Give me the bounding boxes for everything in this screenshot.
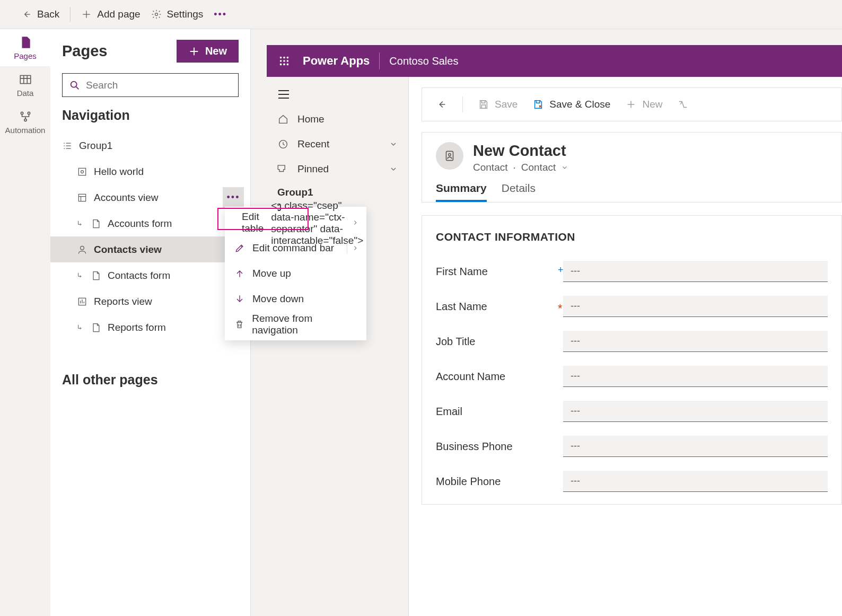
nav-recent[interactable]: Recent: [267, 131, 408, 156]
document-icon: [91, 322, 101, 333]
svg-point-22: [449, 154, 451, 156]
app-name: Power Apps: [303, 54, 370, 68]
ctx-remove[interactable]: Remove from navigation: [225, 312, 366, 337]
cmd-separator: [462, 96, 463, 112]
plus-icon: [81, 9, 92, 20]
field-input[interactable]: ---: [563, 296, 828, 317]
settings-button[interactable]: Settings: [151, 8, 204, 20]
nav-item-reports-form[interactable]: Reports form: [50, 314, 250, 340]
nav-group-label: Group1: [267, 181, 408, 201]
ctx-edit-command-bar[interactable]: Edit command bar: [225, 235, 366, 261]
nav-item-label: Contacts form: [108, 270, 170, 281]
field-row: Mobile Phone---: [436, 464, 828, 499]
settings-label: Settings: [167, 8, 204, 20]
svg-rect-1: [20, 75, 31, 83]
chevron-right-icon: [352, 219, 359, 226]
nav-item-accounts-form[interactable]: Accounts form: [50, 210, 250, 236]
subpage-icon: [77, 271, 85, 280]
field-input[interactable]: ---: [563, 471, 828, 492]
avatar: [436, 142, 463, 170]
save-close-button[interactable]: Save & Close: [532, 99, 610, 110]
ctx-label: Edit command bar: [252, 242, 334, 254]
ctx-edit-table[interactable]: Edit table <ງ class="csep" data-name="ct…: [225, 210, 366, 235]
form-name-label[interactable]: Contact: [521, 162, 556, 173]
nav-group-label: Group1: [79, 140, 112, 152]
flow-icon: [19, 110, 32, 124]
back-icon[interactable]: [436, 99, 448, 110]
field-label: Last Name*: [436, 301, 563, 313]
ctx-label: Edit table: [242, 211, 264, 234]
pencil-icon: [234, 243, 245, 253]
tab-details[interactable]: Details: [502, 182, 536, 202]
ctx-move-down[interactable]: Move down: [225, 286, 366, 312]
nav-label: Recent: [297, 138, 329, 150]
nav-item-hello-world[interactable]: Hello world: [50, 159, 250, 184]
nav-item-label: Hello world: [94, 166, 144, 178]
nav-pinned[interactable]: Pinned: [267, 156, 408, 181]
plus-icon: [188, 46, 200, 57]
rail-pages[interactable]: Pages: [0, 29, 50, 66]
chevron-down-icon[interactable]: [561, 164, 568, 171]
trash-icon: [234, 319, 244, 330]
nav-item-contacts-form[interactable]: Contacts form: [50, 262, 250, 288]
tab-summary[interactable]: Summary: [436, 182, 487, 202]
rail-automation-label: Automation: [5, 126, 46, 135]
svg-point-7: [81, 170, 84, 173]
field-input[interactable]: ---: [563, 366, 828, 387]
nav-item-label: Accounts view: [94, 192, 158, 204]
search-box[interactable]: [62, 73, 239, 97]
back-label: Back: [37, 8, 59, 20]
new-button[interactable]: New: [625, 99, 662, 110]
ctx-label: Move up: [252, 268, 291, 279]
rail-pages-label: Pages: [14, 51, 37, 60]
home-icon: [277, 113, 289, 125]
nav-item-more-button[interactable]: •••: [223, 187, 244, 208]
field-input[interactable]: ---: [563, 401, 828, 422]
field-label: Account Name: [436, 371, 563, 383]
nav-item-reports-view[interactable]: Reports view: [50, 288, 250, 314]
field-input[interactable]: ---: [563, 436, 828, 457]
flow-button[interactable]: [677, 99, 689, 110]
recommended-indicator: +: [558, 265, 564, 276]
more-button[interactable]: •••: [214, 9, 227, 20]
save-close-icon: [532, 99, 544, 110]
app-side-nav: Home Recent Pinned Group1: [267, 77, 409, 616]
field-input[interactable]: ---: [563, 331, 828, 352]
search-input[interactable]: [86, 80, 232, 91]
section-title: CONTACT INFORMATION: [422, 231, 841, 243]
new-label: New: [642, 99, 662, 110]
field-row: Email---: [436, 394, 828, 429]
command-bar: Save Save & Close New: [422, 87, 842, 121]
all-other-pages-header: All other pages: [50, 340, 250, 419]
toolbar-separator: [70, 7, 71, 22]
field-row: Account Name---: [436, 359, 828, 394]
back-button[interactable]: Back: [21, 8, 59, 20]
hamburger-button[interactable]: [267, 84, 408, 107]
more-icon: •••: [227, 192, 240, 203]
list-icon: [62, 140, 73, 151]
field-label: Job Title: [436, 336, 563, 348]
top-toolbar: Back Add page Settings •••: [0, 0, 842, 29]
entity-label: Contact: [473, 162, 507, 173]
rail-automation[interactable]: Automation: [0, 103, 50, 140]
rail-data[interactable]: Data: [0, 66, 50, 103]
arrow-left-icon: [21, 9, 32, 20]
person-icon: [77, 244, 87, 255]
field-row: Last Name*---: [436, 289, 828, 324]
form-subtitle: Contact · Contact: [473, 162, 568, 173]
add-page-button[interactable]: Add page: [81, 8, 140, 20]
new-page-button[interactable]: New: [177, 40, 239, 63]
ctx-move-up[interactable]: Move up: [225, 261, 366, 286]
environment-name: Contoso Sales: [389, 55, 458, 67]
nav-group[interactable]: Group1: [50, 133, 250, 159]
left-rail: Pages Data Automation: [0, 29, 50, 616]
arrow-down-icon: [234, 294, 245, 304]
app-main: Save Save & Close New: [409, 77, 842, 616]
pages-panel: Pages New Navigation Group1 Hello world …: [50, 29, 251, 616]
save-button[interactable]: Save: [478, 99, 518, 110]
field-input[interactable]: ---: [563, 261, 828, 282]
waffle-icon[interactable]: [278, 55, 290, 67]
nav-item-contacts-view[interactable]: Contacts view: [50, 236, 250, 262]
nav-home[interactable]: Home: [267, 107, 408, 131]
nav-item-accounts-view[interactable]: Accounts view •••: [50, 184, 250, 210]
